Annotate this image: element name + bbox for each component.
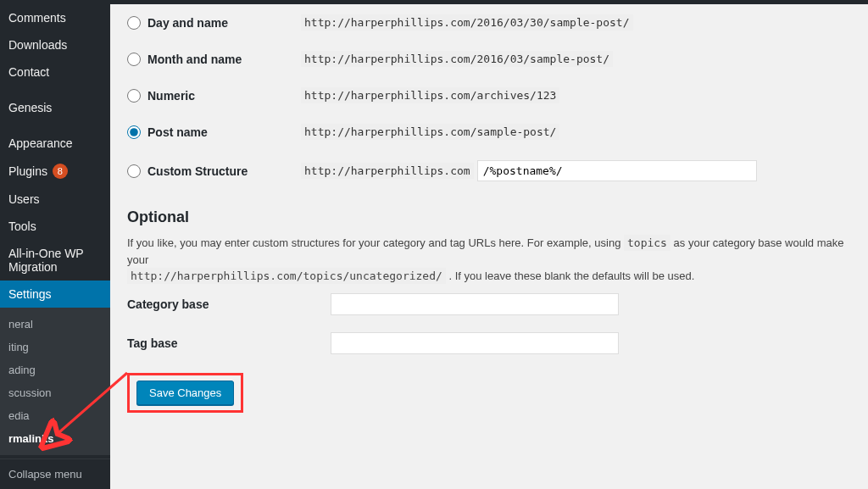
permalink-option-month-name: Month and name http://harperphillips.com… bbox=[127, 41, 851, 77]
category-base-input[interactable] bbox=[331, 293, 619, 315]
settings-content: Day and name http://harperphillips.com/2… bbox=[110, 4, 868, 489]
url-post-name: http://harperphillips.com/sample-post/ bbox=[301, 124, 559, 140]
submenu-discussion[interactable]: scussion bbox=[0, 381, 110, 404]
sidebar-item-appearance[interactable]: Appearance bbox=[0, 130, 110, 157]
submenu-reading[interactable]: ading bbox=[0, 358, 110, 381]
optional-code-topics: topics bbox=[624, 235, 670, 251]
sidebar-item-settings[interactable]: Settings bbox=[0, 281, 110, 308]
category-base-row: Category base bbox=[127, 285, 851, 324]
url-day-name: http://harperphillips.com/2016/03/30/sam… bbox=[301, 14, 633, 31]
label-day-name[interactable]: Day and name bbox=[147, 16, 228, 30]
save-highlight-box: Save Changes bbox=[127, 373, 243, 413]
submenu-permalinks[interactable]: rmalinks bbox=[0, 427, 110, 450]
tag-base-label: Tag base bbox=[127, 336, 331, 350]
tag-base-input[interactable] bbox=[331, 332, 619, 354]
optional-text-3: . If you leave these blank the defaults … bbox=[448, 270, 694, 282]
collapse-menu[interactable]: Collapse menu bbox=[0, 458, 110, 489]
sidebar-item-migration[interactable]: All-in-One WP Migration bbox=[0, 240, 110, 281]
permalink-option-numeric: Numeric http://harperphillips.com/archiv… bbox=[127, 77, 851, 114]
label-month-name[interactable]: Month and name bbox=[147, 53, 242, 66]
optional-code-url: http://harperphillips.com/topics/uncateg… bbox=[127, 268, 446, 284]
radio-day-name[interactable] bbox=[127, 16, 141, 30]
radio-numeric[interactable] bbox=[127, 89, 141, 103]
url-month-name: http://harperphillips.com/2016/03/sample… bbox=[301, 51, 613, 67]
sidebar-item-tools[interactable]: Tools bbox=[0, 213, 110, 240]
settings-submenu: neral iting ading scussion edia rmalinks bbox=[0, 308, 110, 455]
label-numeric[interactable]: Numeric bbox=[147, 89, 195, 103]
sidebar-item-downloads[interactable]: Downloads bbox=[0, 31, 110, 58]
submenu-writing[interactable]: iting bbox=[0, 336, 110, 358]
sidebar-item-plugins[interactable]: Plugins 8 bbox=[0, 157, 110, 186]
label-post-name[interactable]: Post name bbox=[147, 125, 208, 139]
optional-text-1: If you like, you may enter custom struct… bbox=[127, 236, 624, 249]
label-custom[interactable]: Custom Structure bbox=[147, 164, 248, 178]
permalink-option-day-name: Day and name http://harperphillips.com/2… bbox=[127, 4, 851, 41]
optional-heading: Optional bbox=[127, 208, 851, 226]
save-button[interactable]: Save Changes bbox=[136, 381, 234, 405]
submenu-media[interactable]: edia bbox=[0, 404, 110, 427]
tag-base-row: Tag base bbox=[127, 324, 851, 363]
sidebar-item-label: Plugins bbox=[8, 164, 47, 178]
radio-post-name[interactable] bbox=[127, 125, 141, 139]
submenu-general[interactable]: neral bbox=[0, 313, 110, 336]
sidebar-item-comments[interactable]: Comments bbox=[0, 4, 110, 31]
sidebar-item-contact[interactable]: Contact bbox=[0, 58, 110, 86]
sidebar-item-users[interactable]: Users bbox=[0, 186, 110, 213]
url-numeric: http://harperphillips.com/archives/123 bbox=[301, 87, 559, 103]
plugins-update-badge: 8 bbox=[53, 164, 68, 179]
permalink-option-custom: Custom Structure http://harperphillips.c… bbox=[127, 150, 851, 192]
radio-custom[interactable] bbox=[127, 164, 141, 178]
optional-description: If you like, you may enter custom struct… bbox=[127, 235, 851, 285]
url-custom-prefix: http://harperphillips.com bbox=[301, 163, 474, 179]
category-base-label: Category base bbox=[127, 297, 331, 311]
sidebar-item-genesis[interactable]: Genesis bbox=[0, 94, 110, 121]
admin-sidebar: Comments Downloads Contact Genesis Appea… bbox=[0, 4, 110, 489]
radio-month-name[interactable] bbox=[127, 53, 141, 66]
permalink-option-post-name: Post name http://harperphillips.com/samp… bbox=[127, 114, 851, 150]
custom-structure-input[interactable] bbox=[477, 160, 757, 181]
